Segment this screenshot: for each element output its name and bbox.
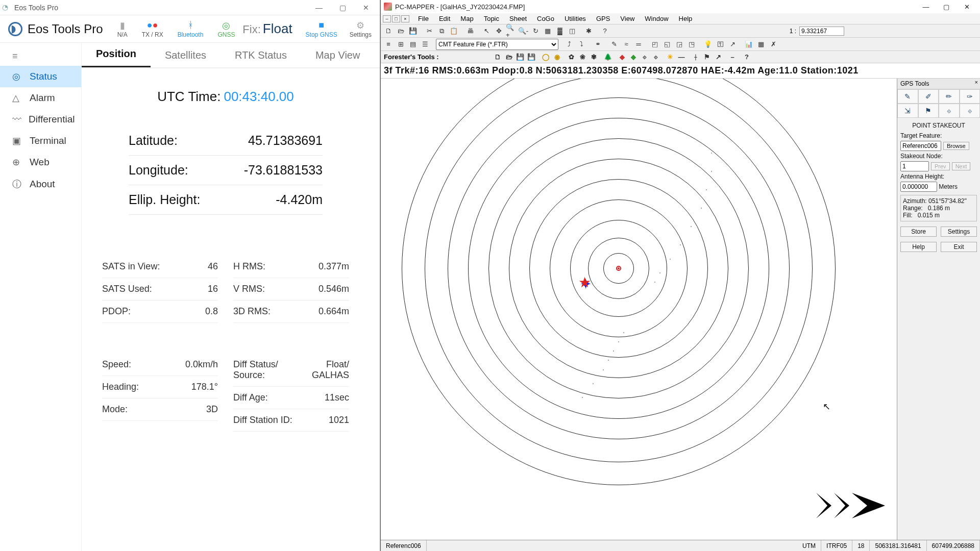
ft-sun-icon[interactable]: ☀ [665,52,676,63]
next-button[interactable]: Next [952,162,971,170]
import-icon[interactable]: ⤵ [576,39,587,50]
antenna-height-input[interactable] [900,182,937,192]
ft-b-icon[interactable]: ❀ [577,52,588,63]
tab-map-view[interactable]: Map View [301,44,374,67]
chart-icon[interactable]: 📊 [743,39,754,50]
ft-help-icon[interactable]: ? [741,52,752,63]
sidebar-item-differential[interactable]: 〰Differential [0,109,81,130]
edit2-icon[interactable]: ≈ [621,39,632,50]
doc-restore-icon[interactable]: – [383,15,391,22]
doc-close-icon[interactable]: × [401,15,409,22]
paste-icon[interactable]: 📋 [448,26,459,37]
sidebar-item-status[interactable]: ◎Status [0,66,81,87]
browse-button[interactable]: Browse [943,142,969,150]
exit-button[interactable]: Exit [941,242,977,252]
tab-position[interactable]: Position [82,43,151,67]
menu-map[interactable]: Map [456,14,478,23]
key-icon[interactable]: ⚿ [715,39,726,50]
bulb-icon[interactable]: 💡 [702,39,714,50]
sidebar-item-web[interactable]: ⊕Web [0,152,81,173]
export-icon[interactable]: ⤴ [564,39,575,50]
gps-tool-2[interactable]: ✐ [918,89,939,104]
zoom-in-icon[interactable]: 🔍+ [505,26,517,37]
ft-dash2-icon[interactable]: – [727,52,738,63]
prev-button[interactable]: Prev [931,162,950,170]
ft-dash-icon[interactable]: — [676,52,687,63]
ft-arrow-icon[interactable]: ↗ [713,52,724,63]
win1-icon[interactable]: ◰ [649,39,660,50]
close-button[interactable]: ✕ [354,1,378,15]
gps-tool-5[interactable]: ⇲ [897,104,918,118]
ft-m1-icon[interactable]: ⟐ [639,52,650,63]
gps-tool-4[interactable]: ✑ [960,89,981,104]
sidebar-item-about[interactable]: ⓘAbout [0,173,81,195]
link-icon[interactable]: ⚭ [592,39,603,50]
target-feature-input[interactable] [900,141,941,151]
cut-icon[interactable]: ✂ [424,26,435,37]
grid2-icon[interactable]: ▤ [407,39,419,50]
menu-file[interactable]: File [413,14,433,23]
add-point-icon[interactable]: ✥ [493,26,504,37]
pcm-maximize[interactable]: ▢ [936,3,957,11]
rows-icon[interactable]: ☰ [420,39,431,50]
menu-help[interactable]: Help [674,14,697,23]
scale-input[interactable] [799,27,844,36]
feature-file-select[interactable]: CMT Feature File (*.FTR) [436,39,558,50]
pcm-close[interactable]: ✕ [957,3,977,11]
ft-new-icon[interactable]: 🗋 [492,52,503,63]
minimize-button[interactable]: — [307,1,331,15]
ft-green-icon[interactable]: ◆ [628,52,639,63]
menu-edit[interactable]: Edit [434,14,455,23]
ft-ruler-icon[interactable]: ⟊ [690,52,701,63]
menu-topic[interactable]: Topic [479,14,504,23]
ft-yellow2-icon[interactable]: ◉ [551,52,562,63]
win2-icon[interactable]: ◱ [662,39,673,50]
tab-rtk-status[interactable]: RTK Status [220,44,301,67]
sidebar-item-terminal[interactable]: ▣Terminal [0,130,81,152]
ft-a-icon[interactable]: ✿ [566,52,577,63]
stake-settings-button[interactable]: Settings [941,227,977,237]
tree-icon[interactable]: ⊞ [395,39,406,50]
gps-tool-1[interactable]: ✎ [897,89,918,104]
settings-button[interactable]: ⚙Settings [350,20,372,38]
table-icon[interactable]: ▦ [755,39,767,50]
gps-tool-8[interactable]: ⟐ [960,104,981,118]
menu-sheet[interactable]: Sheet [505,14,531,23]
ft-red-icon[interactable]: ◆ [617,52,628,63]
edit1-icon[interactable]: ✎ [608,39,620,50]
ft-m2-icon[interactable]: ⟐ [650,52,662,63]
maximize-button[interactable]: ▢ [331,1,354,15]
store-button[interactable]: Store [900,227,937,237]
menu-gps[interactable]: GPS [592,14,615,23]
sidebar-item-alarm[interactable]: △Alarm [0,87,81,109]
ft-open-icon[interactable]: 🗁 [503,52,514,63]
gps-tool-3[interactable]: ✏ [939,89,960,104]
ft-c-icon[interactable]: ✾ [588,52,599,63]
map-canvas[interactable]: ✦ ↖ [381,79,897,540]
menu-view[interactable]: View [616,14,639,23]
tool-icon[interactable]: ↗ [727,39,738,50]
arrow-icon[interactable]: ↖ [481,26,492,37]
pcm-minimize[interactable]: — [916,3,936,11]
find-icon[interactable]: ✱ [583,26,594,37]
ft-flag-icon[interactable]: ⚑ [701,52,713,63]
doc-max-icon[interactable]: □ [392,15,400,22]
help-icon[interactable]: ? [599,26,610,37]
x-icon[interactable]: ✗ [768,39,779,50]
ft-yellow1-icon[interactable]: ◯ [540,52,551,63]
menu-cogo[interactable]: CoGo [532,14,559,23]
stakeout-node-input[interactable] [900,161,929,171]
win4-icon[interactable]: ◳ [686,39,697,50]
stake-help-button[interactable]: Help [900,242,937,252]
new-icon[interactable]: 🗋 [383,26,394,37]
ft-save2-icon[interactable]: 💾 [526,52,537,63]
grid-icon[interactable]: ▓ [554,26,566,37]
gps-tool-6[interactable]: ⚑ [918,104,939,118]
ft-tree-icon[interactable]: 🌲 [602,52,614,63]
gps-tool-7[interactable]: ⟐ [939,104,960,118]
save-icon[interactable]: 💾 [407,26,419,37]
copy-icon[interactable]: ⧉ [436,26,447,37]
edit3-icon[interactable]: ═ [633,39,644,50]
tab-satellites[interactable]: Satellites [151,44,220,67]
menu-utilities[interactable]: Utilities [560,14,591,23]
